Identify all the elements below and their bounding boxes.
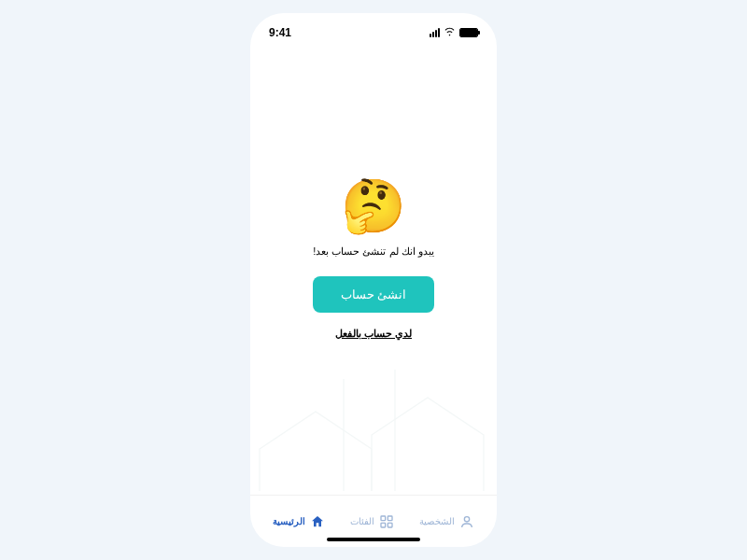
tab-profile[interactable]: الشخصية: [419, 514, 474, 529]
home-icon: [310, 514, 325, 529]
tab-label: الشخصية: [419, 516, 455, 526]
tab-home[interactable]: الرئيسية: [273, 514, 325, 529]
create-account-button[interactable]: انشئ حساب: [313, 276, 435, 313]
svg-rect-3: [388, 516, 392, 521]
have-account-link[interactable]: لدي حساب بالفعل: [335, 328, 412, 340]
battery-icon: [459, 28, 478, 37]
tab-label: الرئيسية: [273, 516, 305, 526]
svg-rect-5: [388, 523, 392, 527]
svg-rect-2: [381, 516, 386, 521]
phone-frame: 9:41 🤔 يبدو انك لم تنشئ حساب بعد! انشئ ح…: [250, 13, 497, 547]
svg-point-6: [465, 516, 470, 521]
tab-categories[interactable]: الفئات: [350, 514, 394, 529]
grid-icon: [379, 514, 394, 529]
home-indicator[interactable]: [327, 538, 420, 541]
empty-message: يبدو انك لم تنشئ حساب بعد!: [313, 245, 433, 258]
svg-rect-4: [381, 523, 386, 527]
tab-label: الفئات: [350, 516, 374, 526]
user-icon: [459, 514, 474, 529]
empty-state: 🤔 يبدو انك لم تنشئ حساب بعد! انشئ حساب ل…: [250, 24, 497, 495]
thinking-face-emoji: 🤔: [341, 180, 406, 232]
